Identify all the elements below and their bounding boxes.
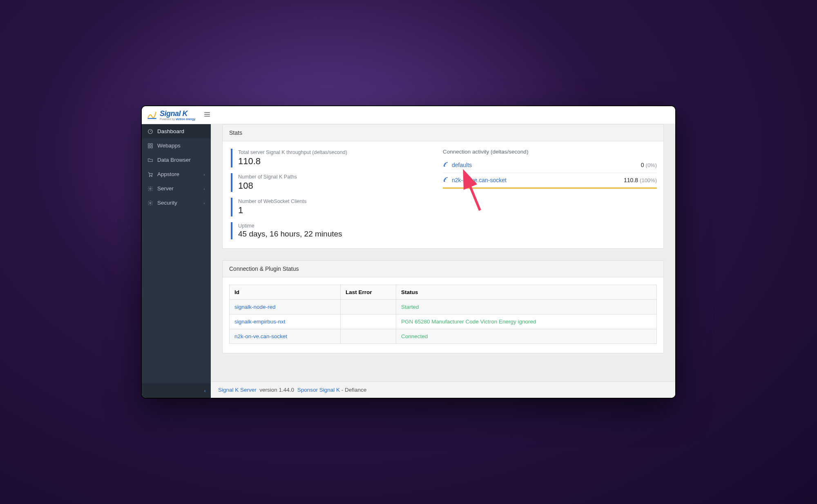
cell-status: PGN 65280 Manufacturer Code Victron Ener… bbox=[401, 319, 536, 325]
stat-value: 108 bbox=[238, 181, 439, 191]
stat-throughput: Total server Signal K throughput (deltas… bbox=[231, 149, 439, 167]
svg-point-10 bbox=[150, 188, 151, 190]
gauge-icon bbox=[147, 129, 153, 134]
sidebar-item-server[interactable]: Server ‹ bbox=[142, 181, 211, 196]
cell-status: Started bbox=[401, 304, 419, 310]
sidebar-item-data-browser[interactable]: Data Browser bbox=[142, 153, 211, 167]
col-last-error: Last Error bbox=[340, 285, 396, 300]
svg-point-11 bbox=[150, 202, 151, 204]
footer-sponsor-link[interactable]: Sponsor Signal K bbox=[297, 387, 340, 393]
cell-last-error bbox=[340, 300, 396, 314]
sidebar-item-security[interactable]: Security ‹ bbox=[142, 196, 211, 210]
svg-point-9 bbox=[152, 176, 152, 176]
stat-uptime: Uptime 45 days, 16 hours, 22 minutes bbox=[231, 222, 439, 239]
activity-bar bbox=[443, 187, 657, 189]
sidebar-item-label: Dashboard bbox=[157, 128, 184, 134]
activity-value: 0(0%) bbox=[641, 162, 657, 168]
cart-icon bbox=[147, 172, 153, 177]
sidebar-collapse-button[interactable]: ‹ bbox=[142, 383, 211, 398]
col-status: Status bbox=[396, 285, 656, 300]
activity-row-n2k[interactable]: n2k-on-ve.can-socket 110.8(100%) bbox=[443, 173, 657, 188]
chevron-left-icon: ‹ bbox=[203, 201, 205, 205]
main-content: Stats Total server Signal K throughput (… bbox=[211, 124, 675, 398]
stat-label: Total server Signal K throughput (deltas… bbox=[238, 149, 439, 155]
signal-icon bbox=[443, 161, 452, 169]
titlebar: Signal K Powered by victron energy bbox=[142, 106, 675, 124]
sidebar-item-dashboard[interactable]: Dashboard bbox=[142, 124, 211, 138]
activity-name: n2k-on-ve.can-socket bbox=[452, 177, 507, 183]
stat-label: Uptime bbox=[238, 223, 439, 229]
gear-icon bbox=[147, 186, 153, 192]
table-header-row: Id Last Error Status bbox=[230, 285, 657, 300]
footer-version: version 1.44.0 bbox=[259, 387, 294, 393]
card-header-stats: Stats bbox=[223, 125, 663, 141]
sidebar-item-label: Webapps bbox=[157, 143, 181, 149]
sidebar-item-label: Data Browser bbox=[157, 157, 191, 163]
stat-value: 110.8 bbox=[238, 156, 439, 167]
card-header-status: Connection & Plugin Status bbox=[223, 261, 663, 277]
activity-value: 110.8(100%) bbox=[624, 177, 657, 183]
table-row: n2k-on-ve.can-socket Connected bbox=[230, 329, 657, 344]
table-row: signalk-empirbus-nxt PGN 65280 Manufactu… bbox=[230, 314, 657, 329]
stats-card: Stats Total server Signal K throughput (… bbox=[222, 124, 664, 249]
activity-title: Connection activity (deltas/second) bbox=[443, 149, 657, 155]
sidebar-item-label: Security bbox=[157, 200, 177, 206]
grid-icon bbox=[147, 143, 153, 149]
brand-subtitle: Powered by victron energy bbox=[160, 118, 195, 120]
footer-app-link[interactable]: Signal K Server bbox=[218, 387, 257, 393]
gear-icon bbox=[147, 200, 153, 206]
signalk-logo-icon bbox=[147, 110, 157, 120]
sidebar-item-webapps[interactable]: Webapps bbox=[142, 138, 211, 153]
stat-value: 1 bbox=[238, 205, 439, 216]
stat-ws-clients: Number of WebSocket Clients 1 bbox=[231, 198, 439, 216]
table-row: signalk-node-red Started bbox=[230, 300, 657, 314]
status-card: Connection & Plugin Status Id Last Error… bbox=[222, 260, 664, 353]
footer: Signal K Server version 1.44.0 Sponsor S… bbox=[211, 381, 675, 398]
stat-label: Number of WebSocket Clients bbox=[238, 198, 439, 204]
sidebar-item-label: Server bbox=[157, 185, 174, 192]
svg-rect-6 bbox=[148, 146, 150, 148]
brand-name: Signal K bbox=[160, 110, 195, 117]
sidebar: Dashboard Webapps Data Browser Appstore … bbox=[142, 124, 211, 398]
footer-suffix: - Defiance bbox=[340, 387, 366, 393]
sidebar-item-label: Appstore bbox=[157, 171, 179, 177]
svg-point-13 bbox=[444, 181, 445, 181]
cell-status: Connected bbox=[401, 333, 428, 339]
chevron-left-icon: ‹ bbox=[204, 388, 206, 394]
svg-point-12 bbox=[444, 165, 445, 166]
menu-toggle-button[interactable] bbox=[203, 111, 211, 120]
activity-row-defaults[interactable]: defaults 0(0%) bbox=[443, 158, 657, 173]
svg-rect-5 bbox=[151, 143, 152, 145]
folder-icon bbox=[147, 157, 153, 163]
col-id: Id bbox=[230, 285, 341, 300]
sidebar-item-appstore[interactable]: Appstore ‹ bbox=[142, 167, 211, 181]
brand-logo[interactable]: Signal K Powered by victron energy bbox=[147, 110, 195, 120]
stat-value: 45 days, 16 hours, 22 minutes bbox=[238, 230, 439, 239]
stat-label: Number of Signal K Paths bbox=[238, 174, 439, 180]
cell-last-error bbox=[340, 329, 396, 344]
plugin-link[interactable]: n2k-on-ve.can-socket bbox=[234, 333, 287, 339]
svg-point-8 bbox=[149, 176, 150, 176]
svg-rect-7 bbox=[151, 146, 152, 148]
chevron-left-icon: ‹ bbox=[203, 186, 205, 191]
svg-rect-4 bbox=[148, 143, 150, 145]
chevron-left-icon: ‹ bbox=[203, 172, 205, 177]
activity-name: defaults bbox=[452, 162, 472, 168]
signal-icon bbox=[443, 176, 452, 185]
app-window: Signal K Powered by victron energy Dashb… bbox=[141, 105, 676, 399]
status-table: Id Last Error Status signalk-node-red St… bbox=[229, 285, 657, 344]
plugin-link[interactable]: signalk-node-red bbox=[234, 304, 276, 310]
cell-last-error bbox=[340, 314, 396, 329]
stat-paths: Number of Signal K Paths 108 bbox=[231, 173, 439, 192]
plugin-link[interactable]: signalk-empirbus-nxt bbox=[234, 319, 286, 325]
